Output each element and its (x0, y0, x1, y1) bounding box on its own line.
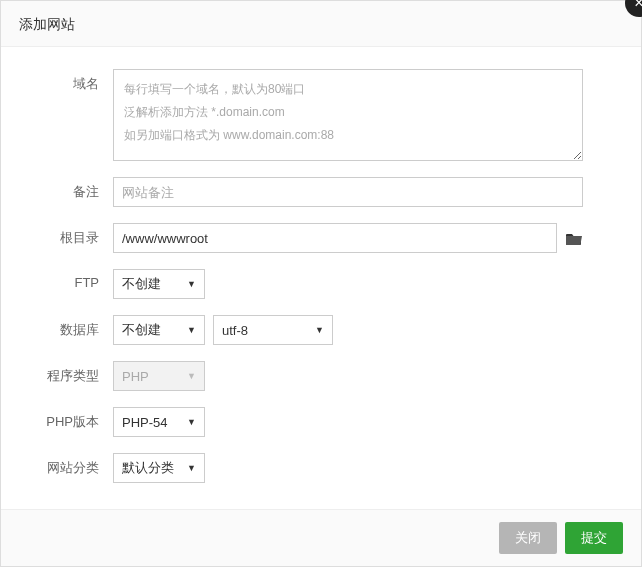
ftp-select[interactable]: 不创建 (113, 269, 205, 299)
category-value: 默认分类 (122, 459, 174, 477)
row-category: 网站分类 默认分类 (1, 453, 583, 483)
ftp-select-value: 不创建 (122, 275, 161, 293)
add-site-dialog: × 添加网站 域名 备注 根目录 FTP (0, 0, 642, 567)
row-remark: 备注 (1, 177, 583, 207)
label-database: 数据库 (1, 315, 113, 339)
program-type-value: PHP (122, 369, 149, 384)
database-select-value: 不创建 (122, 321, 161, 339)
label-root: 根目录 (1, 223, 113, 247)
row-php-version: PHP版本 PHP-54 (1, 407, 583, 437)
database-select[interactable]: 不创建 (113, 315, 205, 345)
cancel-button[interactable]: 关闭 (499, 522, 557, 554)
php-version-select[interactable]: PHP-54 (113, 407, 205, 437)
label-program-type: 程序类型 (1, 361, 113, 385)
row-database: 数据库 不创建 utf-8 (1, 315, 583, 345)
submit-button[interactable]: 提交 (565, 522, 623, 554)
row-ftp: FTP 不创建 (1, 269, 583, 299)
dialog-body: 域名 备注 根目录 FTP 不创建 (1, 47, 641, 509)
dialog-footer: 关闭 提交 (1, 509, 641, 566)
folder-icon[interactable] (565, 231, 583, 245)
program-type-select: PHP (113, 361, 205, 391)
domain-textarea[interactable] (113, 69, 583, 161)
label-remark: 备注 (1, 177, 113, 201)
row-program-type: 程序类型 PHP (1, 361, 583, 391)
charset-select[interactable]: utf-8 (213, 315, 333, 345)
label-category: 网站分类 (1, 453, 113, 477)
label-php-version: PHP版本 (1, 407, 113, 431)
dialog-title: 添加网站 (1, 1, 641, 47)
row-root: 根目录 (1, 223, 583, 253)
category-select[interactable]: 默认分类 (113, 453, 205, 483)
charset-select-value: utf-8 (222, 323, 248, 338)
label-domain: 域名 (1, 69, 113, 93)
remark-input[interactable] (113, 177, 583, 207)
row-domain: 域名 (1, 69, 583, 161)
php-version-value: PHP-54 (122, 415, 168, 430)
label-ftp: FTP (1, 269, 113, 290)
root-input[interactable] (113, 223, 557, 253)
